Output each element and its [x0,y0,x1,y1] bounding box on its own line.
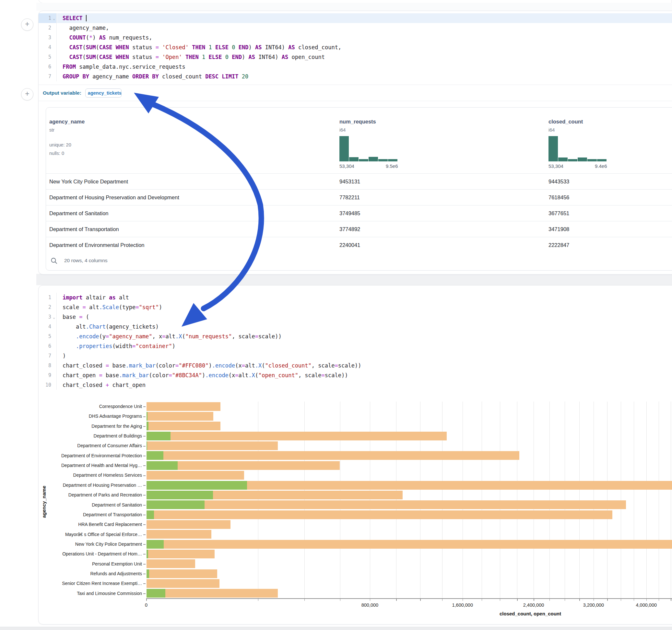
gridline [462,402,463,598]
table-row[interactable]: Department of Transportation377489234719… [46,221,672,237]
y-tick-label: Mayorâ€ s Office of Special Enforce… [45,532,142,537]
bar-closed[interactable] [146,579,219,588]
code-text: CAST(SUM(CASE WHEN status = 'Open' THEN … [63,52,672,62]
code-line[interactable]: 3⌄base = ( [39,312,672,322]
column-header[interactable]: agency_name [49,119,85,125]
bar-closed[interactable] [146,510,613,519]
code-line[interactable]: 2 agency_name, [39,23,672,33]
add-cell-button[interactable]: + [21,88,33,100]
code-text: GROUP BY agency_name ORDER BY closed_cou… [63,72,672,81]
table-row[interactable]: New York City Police Department945313194… [46,173,672,190]
bar-closed[interactable] [146,550,215,558]
bar-closed[interactable] [146,570,217,578]
bar-open[interactable] [146,461,178,470]
x-axis-tick [370,599,370,601]
code-line[interactable]: 6FROM sample_data.nyc.service_requests [39,62,672,72]
table-cell: 3677651 [549,205,569,221]
bar-open[interactable] [146,500,205,509]
output-variable-pill[interactable]: agency_tickets [85,89,122,98]
code-line[interactable]: 10chart_closed + chart_open [39,380,672,390]
bar-closed[interactable] [146,530,211,539]
code-text: chart_closed = base.mark_bar(color="#FFC… [63,361,672,370]
bar-closed[interactable] [146,471,244,480]
add-cell-button[interactable]: + [21,19,33,31]
bar-closed[interactable] [146,432,447,440]
code-line[interactable]: 7) [39,351,672,361]
code-line[interactable]: 6 .properties(width="container") [39,341,672,351]
bar-open[interactable] [146,432,170,440]
code-line[interactable]: 5 .encode(y="agency_name", x=alt.X("num_… [39,332,672,341]
table-row[interactable]: Department of Housing Preservation and D… [46,189,672,205]
x-axis-tick [482,599,482,601]
column-dtype: str [49,127,54,132]
bar-open[interactable] [146,481,247,490]
y-tick-label: Personal Exemption Unit [45,561,142,566]
line-number: 4 [39,43,57,52]
code-line[interactable]: 2scale = alt.Scale(type="sqrt") [39,302,672,312]
bar-closed[interactable] [146,451,519,460]
bar-closed[interactable] [146,559,195,568]
x-axis-tick [340,599,341,601]
bar-open[interactable] [146,589,165,598]
sql-editor[interactable]: 1⌄SELECT 2 agency_name,3 COUNT(*) AS num… [39,13,672,81]
x-axis-tick [304,599,305,601]
search-icon[interactable] [50,257,58,265]
code-line[interactable]: 4 alt.Chart(agency_tickets) [39,322,672,332]
histogram-bar [578,158,587,162]
bar-closed[interactable] [146,421,220,430]
column-header[interactable]: num_requests [339,119,376,125]
code-text: ) [63,351,672,361]
bar-open[interactable] [146,441,147,450]
bar-open[interactable] [146,491,213,500]
y-tick-label: Department of Health and Mental Hyg… [45,463,142,468]
table-row[interactable]: Department of Environmental Protection22… [46,237,672,253]
bar-open[interactable] [146,540,164,549]
column-dtype: i64 [339,127,345,132]
code-line[interactable]: 7GROUP BY agency_name ORDER BY closed_co… [39,72,672,81]
code-line[interactable]: 4 CAST(SUM(CASE WHEN status = 'Closed' T… [39,43,672,52]
table-cell: 7782211 [339,190,360,205]
x-axis-tick [579,599,580,601]
bar-open[interactable] [146,421,148,430]
column-header[interactable]: closed_count [549,119,583,125]
code-line[interactable]: 8chart_closed = base.mark_bar(color="#FF… [39,361,672,370]
bar-open[interactable] [146,412,147,421]
code-line[interactable]: 1import altair as alt [39,293,672,302]
bar-open[interactable] [146,550,148,558]
y-axis-tick [143,515,146,515]
bar-closed[interactable] [146,412,213,421]
line-number: 3 [39,33,57,43]
x-tick-label: 4,000,000 [627,602,666,608]
table-cell: New York City Police Department [49,174,128,190]
y-tick-label: New York City Police Department [45,541,142,547]
line-number: 9 [39,370,57,380]
code-line[interactable]: 3 COUNT(*) AS num_requests, [39,33,672,43]
code-line[interactable]: 1⌄SELECT [39,13,672,23]
histogram-bar [568,159,577,162]
x-axis-tick [594,599,594,601]
x-tick-label: 0 [127,602,166,608]
table-cell: 2222847 [549,237,569,253]
bar-open[interactable] [146,510,154,519]
bar-open[interactable] [146,451,163,460]
fold-chevron-icon[interactable]: ⌄ [53,14,55,23]
x-axis-tick [565,599,565,601]
code-text: .encode(y="agency_name", x=alt.X("num_re… [63,332,672,341]
bar-closed[interactable] [146,540,672,549]
table-row[interactable]: Department of Sanitation37494853677651 [46,205,672,221]
column-histogram [549,136,608,162]
bar-closed[interactable] [146,500,626,509]
bar-open[interactable] [146,570,149,578]
x-axis-tick [500,599,501,601]
code-line[interactable]: 9chart_open = base.mark_bar(color="#8BC3… [39,370,672,380]
gridline [549,402,550,598]
bar-closed[interactable] [146,441,278,450]
code-text: import altair as alt [63,293,672,302]
code-line[interactable]: 5 CAST(SUM(CASE WHEN status = 'Open' THE… [39,52,672,62]
bar-closed[interactable] [146,589,278,598]
fold-chevron-icon[interactable]: ⌄ [53,312,55,322]
bar-closed[interactable] [146,520,231,529]
bar-closed[interactable] [146,402,220,411]
gridline [500,402,500,598]
python-editor[interactable]: 1import altair as alt2scale = alt.Scale(… [39,293,672,390]
